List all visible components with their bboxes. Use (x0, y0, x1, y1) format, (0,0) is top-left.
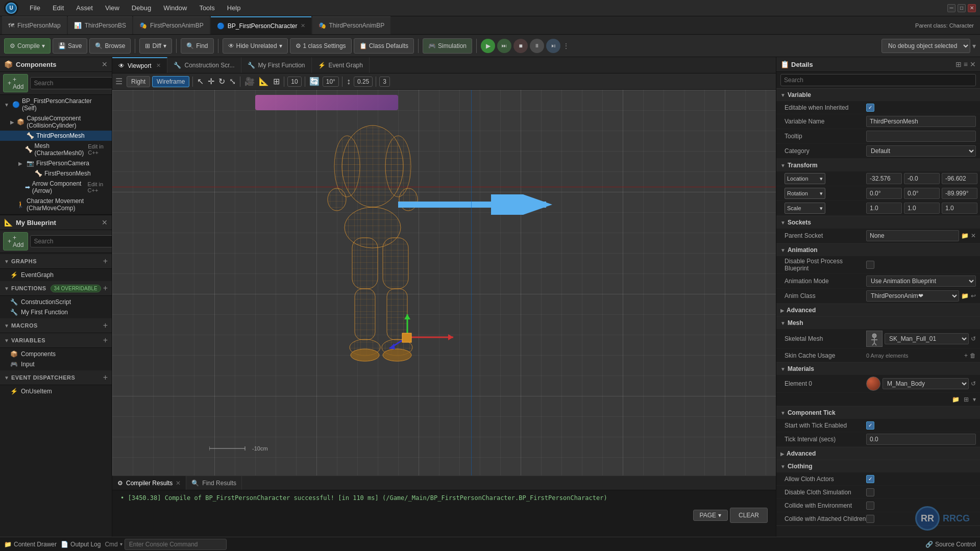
save-button[interactable]: 💾 Save (53, 38, 87, 54)
bp-functions-header[interactable]: ▼ FUNCTIONS 34 OVERRIDABLE + (0, 281, 112, 296)
tick-enabled-checkbox[interactable]: ✓ (866, 421, 874, 430)
simulation-button[interactable]: 🎮 Simulation (423, 38, 472, 54)
location-dropdown[interactable]: Location ▾ (785, 173, 825, 184)
diff-button[interactable]: ⊞ Diff ▾ (139, 38, 172, 54)
rotation-dropdown[interactable]: Rotation ▾ (785, 188, 825, 199)
play-button[interactable]: ▶ (481, 39, 495, 53)
skin-add[interactable]: + (964, 352, 968, 359)
tab-thirdpersonbs[interactable]: 📊 ThirdPersonBS (68, 16, 132, 34)
hide-unrelated-button[interactable]: 👁 Hide Unrelated ▾ (223, 38, 288, 54)
translate-tool[interactable]: ✛ (207, 76, 215, 87)
menu-view[interactable]: View (100, 2, 125, 14)
tab-firstpersonmap[interactable]: 🗺 FirstPersonMap (2, 16, 67, 34)
camera-tool[interactable]: 🎥 (243, 76, 256, 87)
vp-tab-viewport[interactable]: 👁 Viewport ✕ (112, 57, 167, 73)
tooltip-input[interactable] (866, 131, 976, 142)
bp-close[interactable]: ✕ (102, 218, 108, 227)
collide-env-checkbox[interactable] (866, 502, 874, 510)
disable-cloth-checkbox[interactable] (866, 488, 874, 496)
sockets-section-header[interactable]: ▼ Sockets (776, 216, 980, 229)
grid-snap[interactable]: ⊞ (272, 76, 281, 87)
skin-remove[interactable]: 🗑 (970, 352, 976, 359)
bp-search[interactable] (30, 235, 112, 247)
scale-x[interactable] (866, 203, 902, 214)
material-options[interactable]: ⊞ (964, 396, 969, 403)
advanced-section-header[interactable]: ▶ Advanced (776, 304, 980, 316)
close-btn[interactable]: ✕ (968, 4, 976, 12)
variables-add[interactable]: + (103, 336, 108, 345)
cmd-input[interactable] (125, 539, 227, 550)
tree-item-capsule[interactable]: ▶ 📦 CapsuleComponent (CollisionCylinder) (0, 113, 112, 131)
dispatchers-add[interactable]: + (103, 373, 108, 382)
bp-myfirstfunction[interactable]: 🔧 My First Function (0, 307, 112, 317)
socket-browse[interactable]: 📁 (961, 232, 969, 239)
details-search-input[interactable] (780, 74, 976, 86)
clear-button[interactable]: CLEAR (730, 508, 768, 523)
animation-mode-select[interactable]: Use Animation Blueprint (866, 276, 976, 287)
materials-section-header[interactable]: ▼ Materials (776, 363, 980, 375)
menu-window[interactable]: Window (158, 2, 192, 14)
advanced2-section-header[interactable]: ▶ Advanced (776, 447, 980, 460)
location-x[interactable] (866, 173, 902, 184)
menu-edit[interactable]: Edit (47, 2, 69, 14)
tab-bp-close[interactable]: ✕ (301, 22, 305, 29)
debug-dropdown-icon[interactable]: ▾ (972, 42, 976, 50)
tick-interval-input[interactable] (866, 434, 976, 445)
class-settings-button[interactable]: ⚙ 1 class Settings (290, 38, 352, 54)
select-tool[interactable]: ↖ (196, 76, 205, 87)
anim-edit[interactable]: ↩ (971, 292, 976, 299)
content-drawer-item[interactable]: 📁 Content Drawer (4, 541, 57, 548)
editable-inherited-checkbox[interactable]: ✓ (866, 104, 874, 112)
components-close[interactable]: ✕ (102, 60, 108, 68)
anim-browse[interactable]: 📁 (961, 292, 969, 299)
vp-tab-construction[interactable]: 🔧 Construction Scr... (167, 57, 241, 73)
viewport-canvas[interactable]: -10cm (112, 90, 776, 475)
location-z[interactable] (942, 173, 977, 184)
wireframe-button[interactable]: Wireframe (152, 76, 189, 87)
tree-item-camera[interactable]: ▶ 📷 FirstPersonCamera (0, 158, 112, 168)
minimize-btn[interactable]: ─ (947, 4, 955, 12)
vp-tab-myfirstfunction[interactable]: 🔧 My First Function (241, 57, 312, 73)
bp-onuseitem[interactable]: ⚡ OnUseItem (0, 386, 112, 396)
more-options[interactable]: ⋮ (562, 42, 570, 50)
vp-viewport-close[interactable]: ✕ (156, 62, 161, 69)
find-results-tab[interactable]: 🔍 Find Results (186, 476, 242, 490)
bp-variable-input[interactable]: 🎮 Input (0, 359, 112, 369)
class-defaults-button[interactable]: 📋 Class Defaults (354, 38, 414, 54)
compiler-close[interactable]: ✕ (176, 480, 181, 487)
rotation-z[interactable] (942, 188, 977, 199)
menu-file[interactable]: File (24, 2, 45, 14)
scale-tool[interactable]: ⤡ (228, 76, 237, 87)
skeletal-mesh-select[interactable]: SK_Man_Full_01 (885, 333, 969, 344)
clothing-section-header[interactable]: ▼ Clothing (776, 460, 980, 472)
rotation-x[interactable] (866, 188, 902, 199)
rotation-snap[interactable]: 🔄 (308, 76, 321, 87)
allow-cloth-checkbox[interactable]: ✓ (866, 475, 874, 483)
page-button[interactable]: PAGE ▾ (693, 510, 728, 521)
tab-firstpersonanimbp[interactable]: 🎭 FirstPersonAnimBP (133, 16, 210, 34)
collide-children-checkbox[interactable] (866, 515, 874, 523)
material-select[interactable]: M_Man_Body (883, 378, 969, 389)
material-dropdown[interactable]: ▾ (973, 396, 976, 403)
compiler-results-tab[interactable]: ⚙ Compiler Results ✕ (112, 476, 186, 490)
mesh-section-header[interactable]: ▼ Mesh (776, 317, 980, 329)
menu-asset[interactable]: Asset (71, 2, 98, 14)
scale-z[interactable] (942, 203, 977, 214)
scale-y[interactable] (904, 203, 940, 214)
debug-object-select[interactable]: No debug object selected (881, 39, 970, 53)
bp-graphs-header[interactable]: ▼ GRAPHS + (0, 254, 112, 269)
vp-hamburger[interactable]: ☰ (115, 77, 122, 86)
details-grid-icon[interactable]: ⊞ (955, 60, 962, 68)
menu-tools[interactable]: Tools (194, 2, 219, 14)
menu-debug[interactable]: Debug (127, 2, 156, 14)
scale-dropdown[interactable]: Scale ▾ (785, 203, 825, 214)
rotation-y[interactable] (904, 188, 940, 199)
bp-variables-header[interactable]: ▼ VARIABLES + (0, 333, 112, 348)
find-button[interactable]: 🔍 Find (181, 38, 213, 54)
material-browse[interactable]: 📁 (952, 396, 960, 403)
surface-snap[interactable]: 📐 (258, 76, 270, 87)
bp-macros-header[interactable]: ▼ MACROS + (0, 318, 112, 333)
rotate-tool[interactable]: ↻ (217, 76, 226, 87)
location-y[interactable] (904, 173, 940, 184)
stop-button[interactable]: ■ (513, 39, 528, 53)
